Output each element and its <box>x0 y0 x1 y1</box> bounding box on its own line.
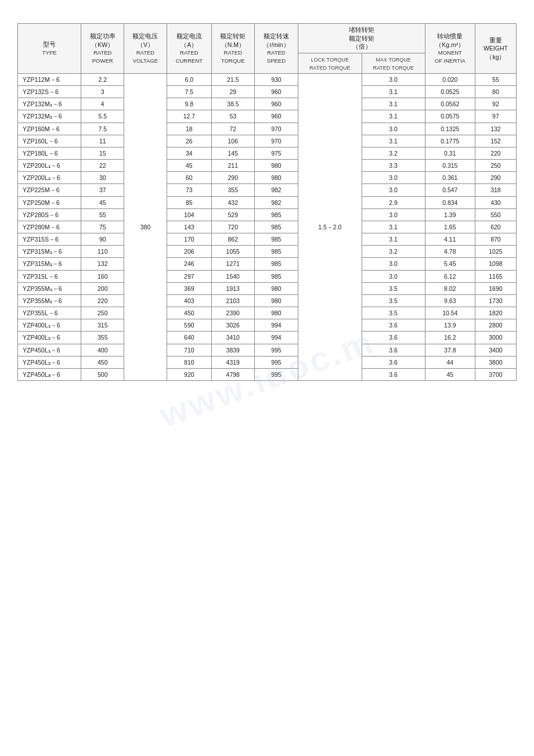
header-current: 额定电流 （A） RATED CURRENT <box>167 24 211 74</box>
cell-power: 500 <box>81 368 124 380</box>
cell-current: 60 <box>167 172 211 184</box>
cell-torque: 720 <box>211 221 254 233</box>
cell-power: 5.5 <box>81 110 124 123</box>
cell-inertia: 0.31 <box>425 147 475 159</box>
header-torque-group: 堵转转矩额定转矩（倍） <box>298 24 425 53</box>
cell-power: 90 <box>81 233 124 246</box>
cell-inertia: 0.1775 <box>425 135 475 147</box>
cell-power: 250 <box>81 307 124 319</box>
cell-max-torque: 2.9 <box>362 196 425 208</box>
cell-current: 34 <box>167 147 211 159</box>
cell-weight: 290 <box>475 172 516 184</box>
cell-power: 220 <box>81 294 124 307</box>
table-row: YZP450L₂－645081043199953.6443800 <box>18 356 517 368</box>
cell-max-torque: 3.5 <box>362 282 425 294</box>
cell-type: YZP355M₁－6 <box>18 282 81 294</box>
cell-power: 37 <box>81 184 124 196</box>
data-table: 型号 TYPE 额定功率 （KW） RATED POWER 额定电压 （V） R… <box>17 23 517 381</box>
cell-current: 143 <box>167 221 211 233</box>
cell-type: YZP132M₂－6 <box>18 110 81 123</box>
cell-current: 12.7 <box>167 110 211 123</box>
table-row: YZP450L₃－650092047989953.6453700 <box>18 368 517 380</box>
cell-power: 355 <box>81 332 124 344</box>
cell-speed: 995 <box>254 368 298 380</box>
cell-power: 110 <box>81 246 124 258</box>
table-row: YZP132M₁－649.838.59603.10.056292 <box>18 98 517 110</box>
cell-current: 640 <box>167 332 211 344</box>
cell-max-torque: 3.1 <box>362 110 425 123</box>
cell-power: 45 <box>81 196 124 208</box>
cell-type: YZP315M₁－6 <box>18 246 81 258</box>
cell-max-torque: 3.6 <box>362 344 425 356</box>
cell-torque: 3410 <box>211 332 254 344</box>
cell-power: 2.2 <box>81 73 124 85</box>
cell-weight: 1098 <box>475 258 516 270</box>
cell-max-torque: 3.1 <box>362 98 425 110</box>
cell-max-torque: 3.1 <box>362 221 425 233</box>
cell-inertia: 0.020 <box>425 73 475 85</box>
cell-max-torque: 3.0 <box>362 270 425 282</box>
cell-max-torque: 3.6 <box>362 319 425 332</box>
cell-power: 75 <box>81 221 124 233</box>
cell-inertia: 10.54 <box>425 307 475 319</box>
cell-power: 22 <box>81 160 124 172</box>
cell-speed: 980 <box>254 294 298 307</box>
cell-speed: 985 <box>254 258 298 270</box>
cell-type: YZP250M－6 <box>18 196 81 208</box>
cell-inertia: 0.834 <box>425 196 475 208</box>
cell-inertia: 0.547 <box>425 184 475 196</box>
cell-weight: 3400 <box>475 344 516 356</box>
cell-current: 7.5 <box>167 86 211 98</box>
cell-power: 315 <box>81 319 124 332</box>
cell-type: YZP225M－6 <box>18 184 81 196</box>
cell-max-torque: 3.6 <box>362 356 425 368</box>
cell-max-torque: 3.3 <box>362 160 425 172</box>
cell-power: 30 <box>81 172 124 184</box>
cell-current: 6.0 <box>167 73 211 85</box>
cell-current: 403 <box>167 294 211 307</box>
cell-max-torque: 3.1 <box>362 135 425 147</box>
cell-current: 810 <box>167 356 211 368</box>
cell-torque: 432 <box>211 196 254 208</box>
cell-speed: 982 <box>254 196 298 208</box>
header-max-torque: MAX TORQUERATED TORQUE <box>362 53 425 73</box>
table-row: YZP355M₂－622040321039803.59.631730 <box>18 294 517 307</box>
header-weight: 重量 WEIGHT （kg） <box>475 24 516 74</box>
cell-weight: 92 <box>475 98 516 110</box>
cell-type: YZP112M－6 <box>18 73 81 85</box>
cell-current: 170 <box>167 233 211 246</box>
cell-weight: 3700 <box>475 368 516 380</box>
cell-current: 85 <box>167 196 211 208</box>
table-row: YZP200L₁－622452119803.30.315250 <box>18 160 517 172</box>
table-row: YZP225M－637733559823.00.547318 <box>18 184 517 196</box>
table-row: YZP450L₁－640071038399953.637.83400 <box>18 344 517 356</box>
cell-type: YZP315M₂－6 <box>18 258 81 270</box>
cell-torque: 1271 <box>211 258 254 270</box>
cell-weight: 318 <box>475 184 516 196</box>
table-row: YZP315S－6901708629853.14.11870 <box>18 233 517 246</box>
header-type: 型号 TYPE <box>18 24 81 74</box>
cell-type: YZP280M－6 <box>18 221 81 233</box>
cell-speed: 985 <box>254 270 298 282</box>
cell-speed: 994 <box>254 319 298 332</box>
cell-type: YZP355M₂－6 <box>18 294 81 307</box>
cell-power: 160 <box>81 270 124 282</box>
cell-inertia: 6.12 <box>425 270 475 282</box>
cell-torque: 106 <box>211 135 254 147</box>
cell-inertia: 13.9 <box>425 319 475 332</box>
cell-max-torque: 3.1 <box>362 233 425 246</box>
cell-torque: 4798 <box>211 368 254 380</box>
cell-type: YZP200L₁－6 <box>18 160 81 172</box>
header-torque: 额定转矩 （N.M） RATED TORQUE <box>211 24 254 74</box>
cell-weight: 97 <box>475 110 516 123</box>
cell-speed: 994 <box>254 332 298 344</box>
header-inertia: 转动惯量 （Kg.m²） MONENT OF INERTIA <box>425 24 475 74</box>
cell-max-torque: 3.0 <box>362 123 425 135</box>
table-row: YZP315M₂－613224612719853.05.451098 <box>18 258 517 270</box>
cell-type: YZP132S－6 <box>18 86 81 98</box>
cell-speed: 960 <box>254 86 298 98</box>
cell-type: YZP132M₁－6 <box>18 98 81 110</box>
cell-speed: 980 <box>254 282 298 294</box>
cell-inertia: 45 <box>425 368 475 380</box>
cell-weight: 152 <box>475 135 516 147</box>
